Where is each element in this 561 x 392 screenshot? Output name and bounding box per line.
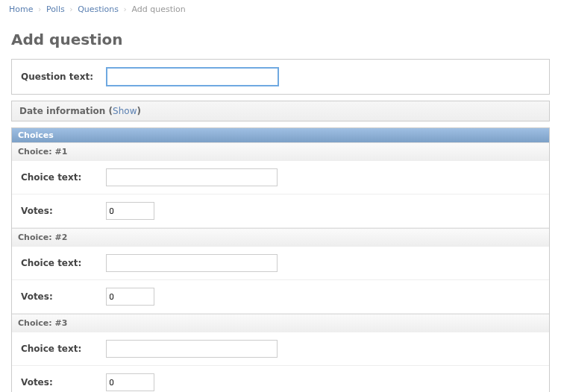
question-text-input[interactable]: [106, 67, 279, 86]
date-information-fieldset: Date information (Show): [11, 101, 550, 121]
date-information-title: Date information: [19, 106, 105, 116]
breadcrumb-questions[interactable]: Questions: [78, 4, 119, 14]
date-information-toggle[interactable]: Show: [113, 106, 137, 116]
choices-inline: Choices Choice: #1 Choice text: Votes: C…: [11, 127, 550, 392]
question-text-label: Question text:: [21, 72, 103, 82]
votes-label: Votes:: [21, 206, 103, 216]
votes-label: Votes:: [21, 377, 103, 388]
breadcrumb: Home › Polls › Questions › Add question: [0, 0, 561, 19]
votes-input[interactable]: [106, 373, 154, 391]
choice-heading: Choice: #1: [12, 142, 549, 161]
choice-text-label: Choice text:: [21, 344, 103, 354]
breadcrumb-current: Add question: [131, 4, 185, 14]
breadcrumb-sep: ›: [67, 4, 75, 14]
breadcrumb-sep: ›: [36, 4, 43, 14]
breadcrumb-home[interactable]: Home: [9, 4, 33, 14]
votes-input[interactable]: [106, 288, 154, 306]
choice-heading: Choice: #3: [12, 314, 549, 332]
choice-text-label: Choice text:: [21, 258, 103, 268]
choice-heading: Choice: #2: [12, 228, 549, 247]
choices-title: Choices: [12, 128, 549, 142]
main-fieldset: Question text:: [11, 59, 550, 95]
breadcrumb-sep: ›: [122, 4, 129, 14]
votes-input[interactable]: [106, 202, 154, 220]
choice-text-label: Choice text:: [21, 172, 103, 183]
page-title: Add question: [11, 31, 550, 48]
breadcrumb-polls[interactable]: Polls: [46, 4, 65, 14]
choice-text-input[interactable]: [106, 254, 278, 272]
votes-label: Votes:: [21, 291, 103, 302]
choice-text-input[interactable]: [106, 168, 278, 186]
choice-text-input[interactable]: [106, 340, 278, 358]
